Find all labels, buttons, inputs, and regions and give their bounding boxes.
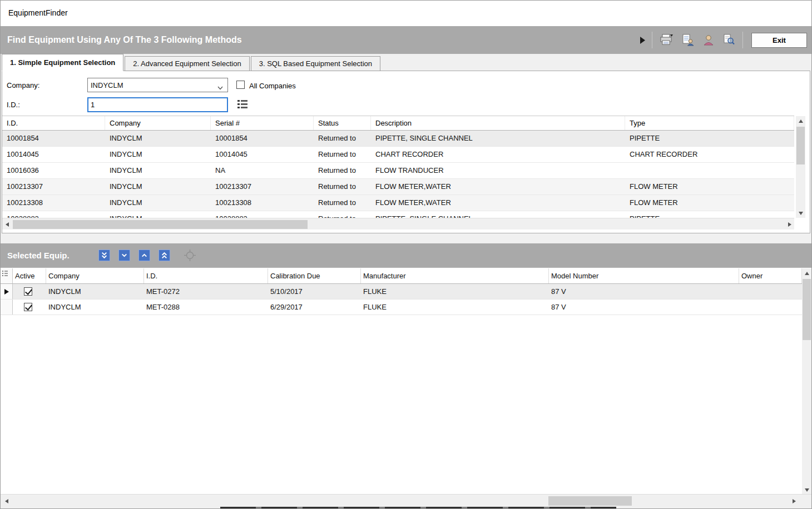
active-checkbox[interactable] [24, 303, 32, 311]
tab-label: 1. Simple Equipment Selection [10, 58, 115, 67]
scrollbar-thumb[interactable] [803, 279, 811, 340]
cell-type: PIPETTE [625, 211, 794, 218]
exit-button[interactable]: Exit [751, 33, 807, 48]
results-horizontal-scrollbar[interactable] [2, 218, 794, 229]
toolbar: Exit [640, 32, 811, 48]
scroll-up-button[interactable] [802, 268, 811, 278]
cell-description: FLOW TRANDUCER [371, 163, 625, 178]
cell-description: PIPETTE, SINGLE CHANNEL [371, 131, 625, 146]
scroll-right-button[interactable] [785, 219, 794, 229]
row-selector-icon [2, 271, 8, 276]
toolbar-expand-arrow-icon[interactable] [640, 36, 646, 44]
move-down-button[interactable] [118, 249, 130, 261]
title-bar: EquipmentFinder [1, 1, 811, 26]
locate-button[interactable] [184, 249, 196, 262]
cell-id: 10014045 [2, 147, 105, 162]
cell-id: 100213308 [2, 195, 105, 211]
tab-simple-equipment-selection[interactable]: 1. Simple Equipment Selection [2, 54, 123, 71]
equipment-report-button[interactable] [681, 33, 695, 47]
tab-advanced-equipment-selection[interactable]: 2. Advanced Equipment Selection [125, 56, 249, 71]
id-label: I.D.: [7, 101, 20, 109]
move-all-up-button[interactable] [159, 249, 170, 261]
id-lookup-button[interactable] [236, 99, 249, 111]
company-label: Company: [7, 81, 39, 89]
column-header-serial[interactable]: Serial # [211, 116, 314, 130]
selected-equip-bar: Selected Equip. [1, 243, 811, 267]
column-header-id[interactable]: I.D. [144, 268, 268, 283]
tab-label: 2. Advanced Equipment Selection [133, 59, 241, 68]
cell-company: INDYCLM [105, 131, 211, 146]
column-header-owner[interactable]: Owner [739, 268, 802, 283]
results-grid-header: I.D. Company Serial # Status Description… [2, 116, 794, 131]
selected-equip-title: Selected Equip. [1, 251, 70, 260]
scroll-down-button[interactable] [796, 208, 805, 218]
column-header-status[interactable]: Status [314, 116, 371, 130]
table-row[interactable]: 100213308 INDYCLM 100213308 Returned to … [2, 195, 794, 211]
all-companies-checkbox[interactable] [236, 81, 245, 89]
scroll-left-button[interactable] [2, 219, 12, 229]
column-header-description[interactable]: Description [371, 116, 625, 130]
column-header-calibration-due[interactable]: Calibration Due [268, 268, 361, 283]
cell-id: MET-0272 [144, 284, 268, 299]
scrollbar-thumb[interactable] [548, 496, 632, 506]
column-header-manufacturer[interactable]: Manufacturer [361, 268, 549, 283]
chevron-down-icon [217, 83, 223, 92]
column-header-id[interactable]: I.D. [2, 116, 105, 130]
user-document-icon [682, 34, 694, 46]
selected-grid-header: Active Company I.D. Calibration Due Manu… [1, 268, 802, 284]
cell-id: 10001854 [2, 131, 105, 146]
column-header-company[interactable]: Company [46, 268, 144, 283]
bottom-horizontal-scrollbar[interactable] [1, 494, 812, 507]
active-checkbox[interactable] [24, 287, 32, 296]
scroll-left-button[interactable] [2, 496, 11, 506]
id-input[interactable] [87, 97, 228, 112]
scroll-right-button[interactable] [789, 496, 799, 506]
cell-company: INDYCLM [46, 284, 144, 299]
cell-company: INDYCLM [105, 211, 211, 218]
move-up-button[interactable] [138, 249, 150, 261]
chevron-double-down-icon [101, 252, 108, 259]
cell-type: PIPETTE [625, 131, 794, 146]
search-document-icon [723, 34, 735, 46]
table-row[interactable]: 100213307 INDYCLM 100213307 Returned to … [2, 179, 794, 195]
scroll-up-button[interactable] [796, 116, 805, 126]
cell-id: MET-0288 [144, 300, 268, 315]
row-selector-cell [1, 300, 13, 315]
table-row[interactable]: 10014045 INDYCLM 10014045 Returned to CH… [2, 147, 794, 163]
print-button[interactable] [658, 33, 675, 47]
cell-company: INDYCLM [105, 195, 211, 211]
cell-description: PIPETTE, SINGLE CHANNEL [371, 211, 625, 218]
company-dropdown-value: INDYCLM [88, 81, 123, 89]
preview-button[interactable] [722, 33, 736, 47]
column-header-company[interactable]: Company [105, 116, 211, 130]
company-dropdown[interactable]: INDYCLM [87, 78, 228, 92]
table-row[interactable]: 10001854 INDYCLM 10001854 Returned to PI… [2, 131, 794, 147]
equipment-finder-window: EquipmentFinder Find Equipment Using Any… [0, 0, 812, 509]
all-companies-label: All Companies [249, 82, 296, 90]
page-title: Find Equipment Using Any Of The 3 Follow… [1, 35, 242, 45]
table-row[interactable]: 10028883 INDYCLM 10028883 Returned to PI… [2, 211, 794, 218]
toolbar-separator [742, 32, 743, 48]
scroll-down-button[interactable] [802, 485, 811, 495]
scrollbar-thumb[interactable] [796, 127, 805, 164]
column-header-type[interactable]: Type [625, 116, 794, 130]
column-header-active[interactable]: Active [13, 268, 46, 283]
table-row[interactable]: INDYCLM MET-0272 5/10/2017 FLUKE 87 V [1, 284, 802, 300]
chevron-down-icon [121, 252, 128, 259]
scrollbar-thumb[interactable] [13, 220, 308, 229]
header-bar: Find Equipment Using Any Of The 3 Follow… [1, 26, 811, 54]
cell-type [625, 163, 794, 178]
selected-vertical-scrollbar[interactable] [802, 268, 811, 495]
chevron-double-up-icon [161, 252, 168, 259]
column-header-model-number[interactable]: Model Number [549, 268, 739, 283]
results-vertical-scrollbar[interactable] [796, 116, 805, 218]
user-button[interactable] [701, 33, 716, 47]
table-row[interactable]: 10016036 INDYCLM NA Returned to FLOW TRA… [2, 163, 794, 179]
cell-company: INDYCLM [105, 163, 211, 178]
move-all-down-button[interactable] [98, 249, 110, 261]
cell-company: INDYCLM [46, 300, 144, 315]
cell-serial: 100213307 [211, 179, 314, 194]
table-row[interactable]: INDYCLM MET-0288 6/29/2017 FLUKE 87 V [1, 300, 802, 315]
cell-status: Returned to [314, 147, 371, 162]
tab-sql-based-equipment-selection[interactable]: 3. SQL Based Equipment Selection [251, 56, 380, 71]
